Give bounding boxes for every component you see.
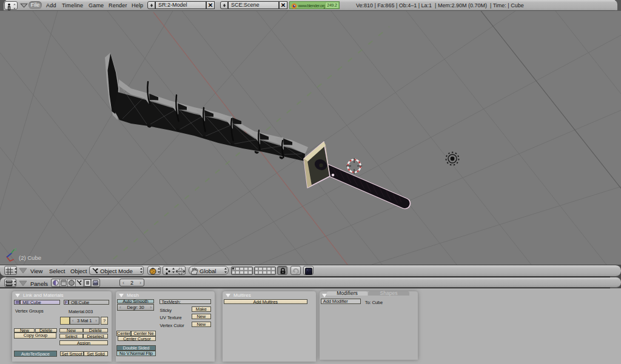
svg-text:(2) Cube: (2) Cube [19,254,41,261]
svg-text:z: z [15,247,16,251]
